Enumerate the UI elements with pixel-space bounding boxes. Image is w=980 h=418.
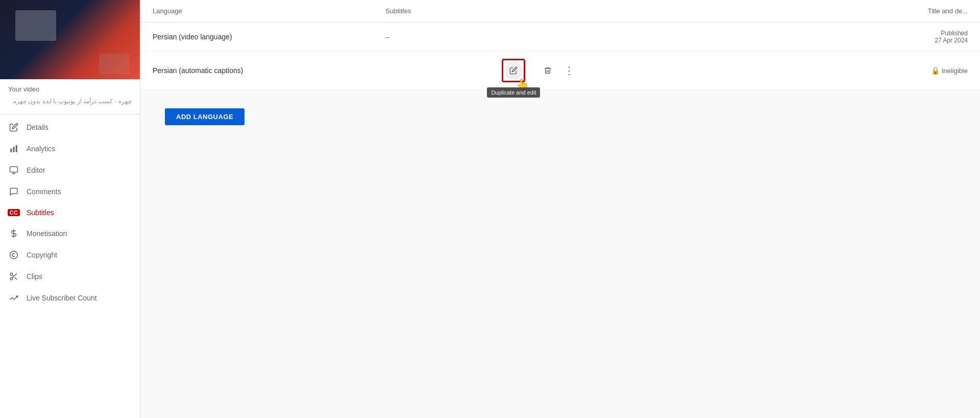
svg-rect-1 [13, 147, 15, 152]
published-info: Published 27 Apr 2024 [935, 30, 968, 44]
sidebar: Your video چهره - کسب درآمد از یوتیوب با… [0, 0, 140, 418]
sidebar-item-editor[interactable]: Editor [0, 159, 140, 181]
sidebar-item-live-subscriber-count[interactable]: Live Subscriber Count [0, 287, 140, 309]
copyright-label: Copyright [27, 251, 57, 259]
svg-point-7 [10, 277, 13, 280]
details-label: Details [27, 123, 48, 131]
row-language-2: Persian (automatic captions) [153, 66, 385, 75]
more-icon: ⋮ [564, 65, 574, 76]
published-date: 27 Apr 2024 [935, 37, 968, 44]
edit-icon [509, 66, 518, 75]
live-subscriber-count-icon [8, 293, 19, 303]
sidebar-divider [0, 114, 140, 114]
analytics-label: Analytics [27, 145, 55, 153]
header-subtitles: Subtitles [385, 7, 502, 15]
delete-button[interactable] [538, 61, 557, 80]
row-title-1: Published 27 Apr 2024 [851, 30, 968, 44]
monetisation-icon [8, 229, 19, 238]
table-row: Persian (automatic captions) 👆 Duplicate… [140, 52, 980, 90]
video-description: چهره - کسب درآمد از یوتیوب با ایده بدون … [0, 97, 140, 112]
video-thumbnail [0, 0, 140, 79]
row-subtitles-1: – [385, 33, 502, 41]
ineligible-badge: 🔒 Ineligible [931, 66, 968, 75]
clips-icon [8, 272, 19, 281]
row-actions-2: 👆 Duplicate and edit ⋮ [502, 59, 851, 82]
details-icon [8, 123, 19, 132]
comments-label: Comments [27, 188, 61, 196]
sidebar-nav: Details Analytics Editor [0, 117, 140, 418]
copyright-icon [8, 250, 19, 260]
svg-rect-2 [16, 145, 17, 152]
sidebar-item-details[interactable]: Details [0, 117, 140, 138]
editor-label: Editor [27, 166, 45, 174]
sidebar-item-monetisation[interactable]: Monetisation [0, 223, 140, 244]
add-language-section: ADD LANGUAGE [140, 90, 980, 144]
svg-line-9 [15, 277, 17, 280]
main-content: Language Subtitles Title and de... Persi… [140, 0, 980, 418]
add-language-button[interactable]: ADD LANGUAGE [165, 108, 244, 125]
delete-icon [544, 66, 552, 75]
svg-point-6 [10, 273, 13, 275]
table-row: Persian (video language) – Published 27 … [140, 22, 980, 52]
svg-rect-3 [10, 167, 18, 172]
lock-icon: 🔒 [931, 66, 940, 75]
table-header: Language Subtitles Title and de... [140, 0, 980, 22]
edit-button[interactable] [504, 61, 523, 80]
svg-point-5 [10, 251, 18, 259]
svg-line-10 [12, 275, 14, 276]
your-video-label: Your video [0, 79, 140, 97]
more-options-button[interactable]: ⋮ [560, 61, 578, 80]
clips-label: Clips [27, 272, 42, 281]
sidebar-item-clips[interactable]: Clips [0, 266, 140, 287]
sidebar-item-copyright[interactable]: Copyright [0, 244, 140, 266]
subtitles-label: Subtitles [27, 208, 54, 217]
published-label: Published [941, 30, 968, 37]
subtitles-icon: CC [8, 209, 19, 216]
svg-rect-0 [10, 149, 12, 152]
row-language-1: Persian (video language) [153, 33, 385, 41]
red-border [502, 59, 525, 82]
row-ineligible: 🔒 Ineligible [851, 66, 968, 75]
tooltip: Duplicate and edit [487, 87, 540, 98]
live-subscriber-count-label: Live Subscriber Count [27, 294, 97, 302]
sidebar-item-comments[interactable]: Comments [0, 181, 140, 202]
ineligible-label: Ineligible [942, 67, 968, 75]
sidebar-item-subtitles[interactable]: CC Subtitles [0, 202, 140, 223]
analytics-icon [8, 144, 19, 153]
monetisation-label: Monetisation [27, 229, 67, 238]
editor-icon [8, 166, 19, 175]
comments-icon [8, 187, 19, 196]
sidebar-item-analytics[interactable]: Analytics [0, 138, 140, 159]
header-title: Title and de... [851, 7, 968, 15]
edit-button-highlight: 👆 Duplicate and edit [502, 59, 525, 82]
header-language: Language [153, 7, 385, 15]
